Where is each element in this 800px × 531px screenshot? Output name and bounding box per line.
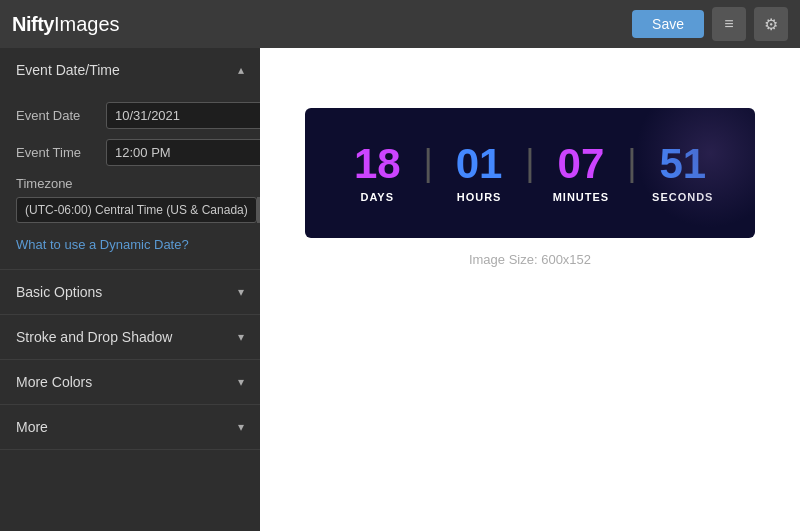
hamburger-icon: ≡ <box>724 15 733 33</box>
countdown-units: 18 DAYS | 01 HOURS | 07 MINUTES | 51 SEC… <box>335 142 725 204</box>
countdown-seconds-value: 51 <box>659 143 706 185</box>
countdown-minutes-label: MINUTES <box>553 191 610 203</box>
app-header: Nifty Images Save ≡ ⚙ <box>0 0 800 48</box>
logo-images: Images <box>54 13 120 36</box>
header-actions: Save ≡ ⚙ <box>632 7 788 41</box>
countdown-seconds-label: SECONDS <box>652 191 713 203</box>
accordion-stroke-drop-shadow: Stroke and Drop Shadow ▾ <box>0 315 260 360</box>
countdown-days: 18 DAYS <box>335 143 419 203</box>
accordion-label-stroke-drop-shadow: Stroke and Drop Shadow <box>16 329 172 345</box>
accordion-label-basic-options: Basic Options <box>16 284 102 300</box>
accordion-header-more-colors[interactable]: More Colors ▾ <box>0 360 260 404</box>
countdown-days-value: 18 <box>354 143 401 185</box>
accordion-header-more[interactable]: More ▾ <box>0 405 260 449</box>
logo: Nifty Images <box>12 13 120 36</box>
accordion-label-event-datetime: Event Date/Time <box>16 62 120 78</box>
accordion-event-datetime: Event Date/Time ▴ Event Date Event Time … <box>0 48 260 270</box>
accordion-label-more: More <box>16 419 48 435</box>
event-date-label: Event Date <box>16 108 106 123</box>
timezone-select[interactable]: (UTC-06:00) Central Time (US & Canada) <box>16 197 257 223</box>
event-date-input[interactable] <box>106 102 260 129</box>
timezone-row: Timezone (UTC-06:00) Central Time (US & … <box>16 176 244 223</box>
countdown-sep-3: | <box>623 142 640 184</box>
timezone-select-wrap: (UTC-06:00) Central Time (US & Canada) ▾ <box>16 197 244 223</box>
countdown-hours-value: 01 <box>456 143 503 185</box>
event-time-row: Event Time <box>16 139 244 166</box>
chevron-down-icon-2: ▾ <box>238 330 244 344</box>
accordion-content-event-datetime: Event Date Event Time Timezone (UTC-06:0… <box>0 92 260 269</box>
image-size-text: Image Size: 600x152 <box>469 252 591 267</box>
dynamic-date-link[interactable]: What to use a Dynamic Date? <box>16 237 189 252</box>
accordion-header-event-datetime[interactable]: Event Date/Time ▴ <box>0 48 260 92</box>
countdown-preview: 18 DAYS | 01 HOURS | 07 MINUTES | 51 SEC… <box>305 108 755 238</box>
event-date-row: Event Date <box>16 102 244 129</box>
chevron-down-icon-4: ▾ <box>238 420 244 434</box>
timezone-label: Timezone <box>16 176 244 191</box>
event-time-input[interactable] <box>106 139 260 166</box>
chevron-down-icon-3: ▾ <box>238 375 244 389</box>
save-button[interactable]: Save <box>632 10 704 38</box>
event-time-label: Event Time <box>16 145 106 160</box>
countdown-minutes-value: 07 <box>558 143 605 185</box>
accordion-label-more-colors: More Colors <box>16 374 92 390</box>
accordion-more: More ▾ <box>0 405 260 450</box>
countdown-hours-label: HOURS <box>457 191 502 203</box>
chevron-down-icon: ▾ <box>238 285 244 299</box>
accordion-more-colors: More Colors ▾ <box>0 360 260 405</box>
settings-button[interactable]: ⚙ <box>754 7 788 41</box>
countdown-sep-2: | <box>521 142 538 184</box>
sidebar: Event Date/Time ▴ Event Date Event Time … <box>0 48 260 531</box>
gear-icon: ⚙ <box>764 15 778 34</box>
logo-nifty: Nifty <box>12 13 54 36</box>
accordion-basic-options: Basic Options ▾ <box>0 270 260 315</box>
countdown-sep-1: | <box>419 142 436 184</box>
accordion-header-stroke-drop-shadow[interactable]: Stroke and Drop Shadow ▾ <box>0 315 260 359</box>
countdown-minutes: 07 MINUTES <box>539 143 623 203</box>
chevron-up-icon: ▴ <box>238 63 244 77</box>
main-layout: Event Date/Time ▴ Event Date Event Time … <box>0 48 800 531</box>
countdown-seconds: 51 SECONDS <box>641 143 725 203</box>
hamburger-button[interactable]: ≡ <box>712 7 746 41</box>
accordion-header-basic-options[interactable]: Basic Options ▾ <box>0 270 260 314</box>
countdown-days-label: DAYS <box>360 191 394 203</box>
main-content: 18 DAYS | 01 HOURS | 07 MINUTES | 51 SEC… <box>260 48 800 531</box>
countdown-hours: 01 HOURS <box>437 143 521 203</box>
